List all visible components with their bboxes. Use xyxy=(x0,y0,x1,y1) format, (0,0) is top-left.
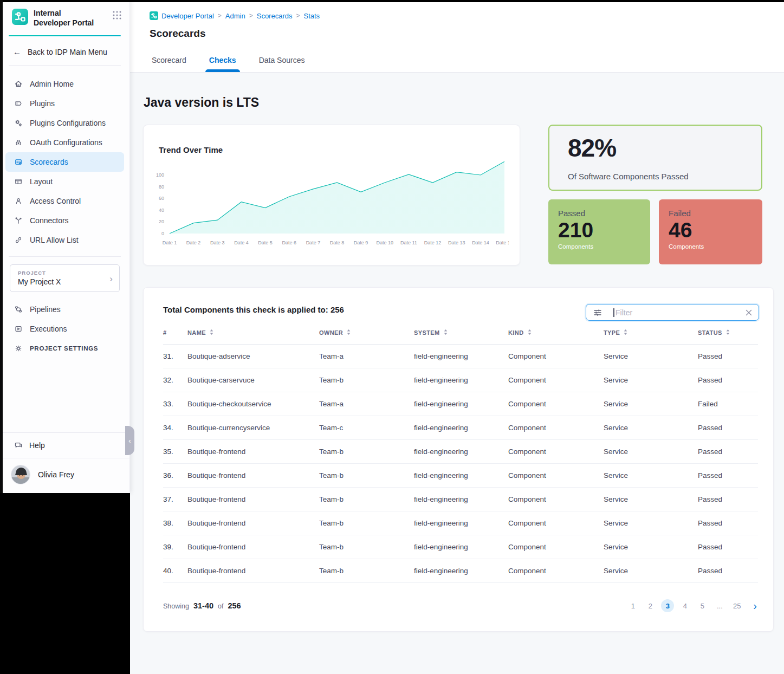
passed-components-card: Passed 210 Components xyxy=(548,199,650,264)
passed-unit: Components xyxy=(558,243,640,250)
cell-name: Boutique-frontend xyxy=(187,511,319,535)
tab-checks[interactable]: Checks xyxy=(208,56,238,72)
table-row[interactable]: 37.Boutique-frontendTeam-bfield-engineer… xyxy=(163,488,758,511)
cell-system: field-engineering xyxy=(414,511,508,535)
cell-kind: Component xyxy=(508,440,604,464)
sort-icon[interactable] xyxy=(623,329,628,336)
gear-icon xyxy=(14,344,23,353)
sidebar-item-pipelines[interactable]: Pipelines xyxy=(5,300,124,319)
tab-scorecard[interactable]: Scorecard xyxy=(150,56,188,72)
svg-text:Date 3: Date 3 xyxy=(210,240,225,245)
failed-count: 46 xyxy=(669,219,753,242)
row-index: 40. xyxy=(163,559,187,583)
page-4[interactable]: 4 xyxy=(678,599,691,612)
sidebar-item-url-allow-list[interactable]: URL Allow List xyxy=(5,230,124,250)
sidebar-item-scorecards[interactable]: Scorecards xyxy=(5,152,124,172)
link-icon xyxy=(14,236,23,244)
sidebar-item-label: Layout xyxy=(30,177,53,186)
svg-text:Date 2: Date 2 xyxy=(186,240,201,245)
row-index: 34. xyxy=(163,416,187,440)
breadcrumb-item-0[interactable]: Developer Portal xyxy=(150,11,214,20)
page-25[interactable]: 25 xyxy=(730,599,743,612)
cell-status: Passed xyxy=(698,511,758,535)
project-selector[interactable]: PROJECT My Project X › xyxy=(10,264,120,292)
sort-icon[interactable] xyxy=(443,329,448,336)
column-header-kind[interactable]: KIND xyxy=(508,329,604,345)
page-2[interactable]: 2 xyxy=(644,599,657,612)
help-label: Help xyxy=(29,441,45,450)
cell-name: Boutique-frontend xyxy=(187,488,319,511)
svg-text:Date 5: Date 5 xyxy=(258,240,273,245)
table-row[interactable]: 39.Boutique-frontendTeam-bfield-engineer… xyxy=(163,535,758,559)
table-footer: Showing 31-40 of 256 12345...25› xyxy=(163,594,757,618)
sidebar-item-oauth-configurations[interactable]: OAuth Configurations xyxy=(5,133,124,152)
column-label: SYSTEM xyxy=(414,329,440,336)
back-to-idp-button[interactable]: ← Back to IDP Main Menu xyxy=(0,36,129,65)
sidebar-item-layout[interactable]: Layout xyxy=(5,172,124,191)
idp-logo-icon xyxy=(12,9,28,25)
sidebar-item-connectors[interactable]: Connectors xyxy=(5,211,124,230)
column-header-system[interactable]: SYSTEM xyxy=(414,329,508,345)
page-5[interactable]: 5 xyxy=(696,599,709,612)
page-header: Developer Portal>Admin>Scorecards>Stats … xyxy=(130,2,784,73)
table-row[interactable]: 34.Boutique-currencyserviceTeam-cfield-e… xyxy=(163,416,758,440)
next-page-button[interactable]: › xyxy=(753,600,757,611)
tab-data-sources[interactable]: Data Sources xyxy=(257,56,307,72)
app-logo-row: Internal Developer Portal xyxy=(0,0,129,33)
table-row[interactable]: 31.Boutique-adserviceTeam-afield-enginee… xyxy=(163,345,758,368)
page-3[interactable]: 3 xyxy=(661,599,674,612)
cell-system: field-engineering xyxy=(414,559,508,583)
table-row[interactable]: 40.Boutique-frontendTeam-bfield-engineer… xyxy=(163,559,758,583)
sidebar-item-label: Plugins Configurations xyxy=(30,119,106,127)
svg-text:Date 12: Date 12 xyxy=(424,240,442,245)
cell-type: Service xyxy=(604,416,698,440)
breadcrumb-item-1[interactable]: Admin xyxy=(225,12,245,20)
passed-count: 210 xyxy=(558,219,640,242)
breadcrumb-item-2[interactable]: Scorecards xyxy=(257,12,293,20)
cell-system: field-engineering xyxy=(414,464,508,488)
table-row[interactable]: 35.Boutique-frontendTeam-bfield-engineer… xyxy=(163,440,758,464)
pass-percentage-card: 82% Of Software Components Passed xyxy=(548,125,762,191)
sidebar-item-plugins-configurations[interactable]: Plugins Configurations xyxy=(5,113,124,133)
clear-filter-icon[interactable] xyxy=(744,308,753,317)
app-title-line2: Developer Portal xyxy=(34,18,112,28)
sort-icon[interactable] xyxy=(725,329,730,336)
sidebar-collapse-handle[interactable]: ‹ xyxy=(125,426,134,455)
sidebar-item-admin-home[interactable]: Admin Home xyxy=(5,74,124,94)
help-button[interactable]: Help xyxy=(0,433,129,458)
filter-input[interactable] xyxy=(615,304,735,320)
table-row[interactable]: 33.Boutique-checkoutserviceTeam-afield-e… xyxy=(163,392,758,416)
table-row[interactable]: 32.Boutique-carservuceTeam-bfield-engine… xyxy=(163,368,758,392)
column-header-name[interactable]: NAME xyxy=(187,329,319,345)
cell-owner: Team-b xyxy=(319,535,414,559)
cell-kind: Component xyxy=(508,535,604,559)
sidebar-item-executions[interactable]: Executions xyxy=(5,319,124,339)
sort-icon[interactable] xyxy=(346,329,351,336)
breadcrumb-label: Scorecards xyxy=(257,12,293,20)
cell-system: field-engineering xyxy=(414,535,508,559)
sidebar-item-access-control[interactable]: Access Control xyxy=(5,191,124,211)
cell-owner: Team-b xyxy=(319,440,414,464)
table-row[interactable]: 36.Boutique-frontendTeam-bfield-engineer… xyxy=(163,464,758,488)
column-header-num: # xyxy=(163,329,187,345)
breadcrumb-item-3[interactable]: Stats xyxy=(303,12,320,20)
trend-chart-card: Trend Over Time 020406080100Date 1Date 2… xyxy=(143,125,520,265)
user-menu[interactable]: Olivia Frey xyxy=(0,458,129,493)
cell-name: Boutique-carservuce xyxy=(187,368,319,392)
column-header-status[interactable]: STATUS xyxy=(698,329,758,345)
page-1[interactable]: 1 xyxy=(626,599,639,612)
table-row[interactable]: 38.Boutique-frontendTeam-bfield-engineer… xyxy=(163,511,758,535)
column-header-owner[interactable]: OWNER xyxy=(319,329,414,345)
sidebar-item-plugins[interactable]: Plugins xyxy=(5,94,124,113)
components-table-card: Total Components this check is applied t… xyxy=(143,287,774,632)
cell-system: field-engineering xyxy=(414,488,508,511)
cell-type: Service xyxy=(604,488,698,511)
grid-menu-icon[interactable] xyxy=(112,10,122,20)
sidebar-item-project-settings[interactable]: PROJECT SETTINGS xyxy=(5,339,124,358)
cell-status: Passed xyxy=(698,488,758,511)
column-header-type[interactable]: TYPE xyxy=(604,329,698,345)
sort-icon[interactable] xyxy=(209,329,214,336)
failed-unit: Components xyxy=(669,243,753,250)
sidebar-item-label: Access Control xyxy=(30,197,81,205)
sort-icon[interactable] xyxy=(527,329,532,336)
